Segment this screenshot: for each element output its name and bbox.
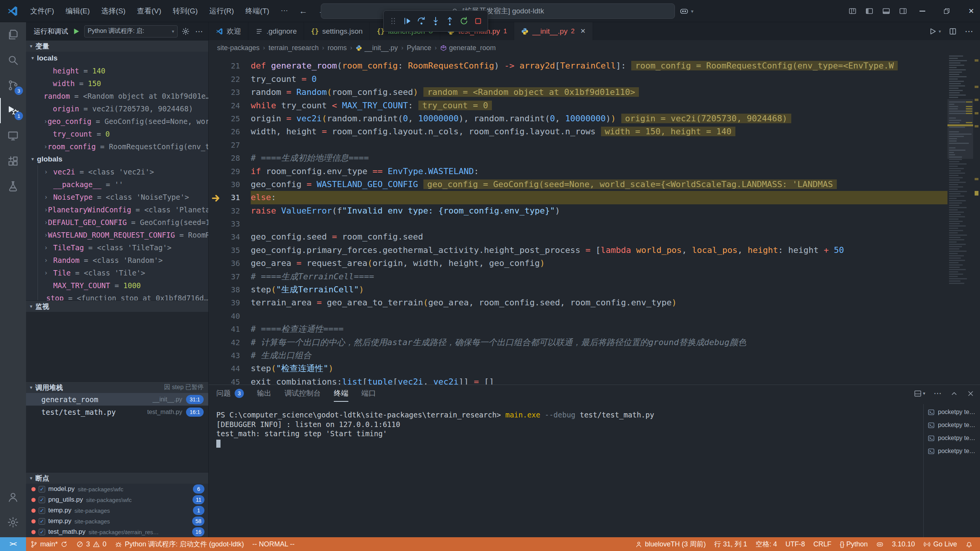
statusbar-vim-mode[interactable]: -- NORMAL -- [248, 537, 299, 551]
debug-gripper-button[interactable] [387, 15, 399, 28]
debug-step-out-button[interactable] [444, 15, 456, 28]
statusbar-go-live[interactable]: Go Live [919, 537, 961, 551]
variable-row[interactable]: ›PlanetaryWindConfig = <class 'Planeta… [38, 203, 208, 216]
tab-__init__.py[interactable]: __init__.py 2 ✕ [514, 22, 593, 40]
breadcrumb-item[interactable]: __init__.py [356, 44, 398, 52]
variable-row[interactable]: ›geo_config = GeoConfig(seed=None, wor… [26, 115, 208, 127]
debug-stop-button[interactable] [472, 15, 485, 28]
breakpoint-row[interactable]: ✓ model.pysite-packages\wfc 6 [26, 484, 208, 494]
activitybar-explorer[interactable] [0, 22, 26, 47]
code-text[interactable]: exit_combinations:list[tuple[vec2i, vec2… [251, 375, 947, 385]
terminal-instance[interactable]: pocketpy te… [924, 406, 980, 419]
menu-item[interactable]: 查看(V) [131, 6, 167, 16]
debug-settings-gear-icon[interactable] [181, 27, 190, 36]
gutter[interactable]: 29 [209, 165, 251, 178]
code-text[interactable]: geo_config.seed = room_config.seed [251, 230, 947, 243]
tab-settings.json[interactable]: {}settings.json [304, 22, 370, 40]
gutter[interactable]: 38 [209, 283, 251, 296]
code-text[interactable]: try_count = 0 [251, 73, 947, 86]
variable-row[interactable]: ›WASTELAND_ROOM_REQUEST_CONFIG = RoomR… [38, 228, 208, 241]
minimize-button[interactable] [913, 0, 931, 22]
code-text[interactable]: else: [251, 191, 947, 204]
gutter[interactable]: 23 [209, 86, 251, 99]
close-button[interactable]: ✕ [962, 0, 980, 22]
breadcrumb-item[interactable]: rooms [328, 44, 347, 52]
gutter[interactable]: 42 [209, 336, 251, 349]
activitybar-extensions[interactable] [0, 148, 26, 174]
gutter[interactable]: 37 [209, 270, 251, 283]
callstack-frame[interactable]: test/test_math.py test_math.py 16:1 [26, 406, 208, 418]
code-text[interactable]: def generate_room(room_config: RoomReque… [251, 59, 947, 72]
debug-continue-button[interactable] [401, 15, 413, 28]
code-text[interactable]: terrain_area = geo_area_to_terrain(geo_a… [251, 296, 947, 309]
statusbar-debug-session[interactable]: Python 调试程序: 启动文件 (godot-ldtk) [111, 537, 248, 551]
restore-button[interactable] [938, 0, 956, 22]
statusbar-git-branch[interactable]: main* [26, 537, 72, 551]
code-text[interactable]: if room_config.env_type == EnvType.WASTE… [251, 165, 947, 178]
remote-indicator[interactable]: >< [0, 537, 26, 551]
menu-item[interactable]: 文件(F) [24, 6, 60, 16]
breakpoint-row[interactable]: ✓ png_utils.pysite-packages\wfc 11 [26, 494, 208, 505]
gutter[interactable]: 35 [209, 244, 251, 257]
statusbar-language-mode[interactable]: {} Python [836, 537, 872, 551]
activitybar-remote-explorer[interactable] [0, 123, 26, 148]
gutter[interactable]: 43 [209, 349, 251, 362]
debug-step-over-button[interactable] [415, 15, 428, 28]
tab-.gdignore[interactable]: .gdignore [248, 22, 304, 40]
sidebar-more-actions[interactable]: ⋯ [194, 27, 204, 36]
breakpoint-row[interactable]: ✓ temp.pysite-packages 1 [26, 505, 208, 516]
breakpoint-checkbox[interactable]: ✓ [39, 507, 45, 514]
variable-row[interactable]: ›Random = <class 'Random'> [38, 254, 208, 266]
variables-group-globals[interactable]: ▾globals [26, 153, 208, 165]
code-text[interactable] [251, 217, 947, 230]
copilot-menu-button[interactable]: ▾ [679, 5, 694, 18]
gutter[interactable]: 28 [209, 152, 251, 165]
activitybar-debug[interactable]: 1 [0, 98, 26, 123]
breakpoint-row[interactable]: ✓ temp.pysite-packages 58 [26, 516, 208, 527]
statusbar-python-version[interactable]: 3.10.10 [888, 537, 919, 551]
gutter[interactable]: 20 [209, 55, 251, 59]
variable-row[interactable]: try_count = 0 [26, 127, 208, 140]
gutter[interactable]: 21 [209, 59, 251, 72]
layout-grid-icon[interactable] [848, 7, 857, 15]
activitybar-test-flask[interactable] [0, 174, 26, 199]
editor-more-actions[interactable]: ⋯ [965, 26, 973, 36]
code-text[interactable]: # ====检查连通性==== [251, 323, 947, 336]
variable-row[interactable]: MAX_TRY_COUNT = 1000 [38, 279, 208, 292]
gutter[interactable]: 32 [209, 204, 251, 217]
gutter[interactable]: 39 [209, 296, 251, 309]
code-text[interactable]: geo_config.primary_forces.geothermal_act… [251, 244, 947, 257]
variables-section-header[interactable]: ▾变量 [26, 40, 208, 52]
menu-item[interactable]: 选择(S) [96, 6, 131, 16]
terminal-instance[interactable]: pocketpy te… [924, 419, 980, 432]
breakpoint-checkbox[interactable]: ✓ [39, 486, 45, 492]
breakpoint-checkbox[interactable]: ✓ [39, 518, 45, 525]
panel-tab-终端[interactable]: 终端 [334, 385, 348, 402]
terminal-instance[interactable]: pocketpy te… [924, 445, 980, 458]
breadcrumb-item[interactable]: generate_room [440, 44, 496, 52]
variable-row[interactable]: ›vec2i = <class 'vec2i'> [38, 165, 208, 178]
variable-row[interactable]: __package__ = '' [38, 178, 208, 191]
minimap[interactable] [947, 55, 973, 385]
panel-tab-输出[interactable]: 输出 [257, 385, 271, 402]
code-text[interactable]: # 生成出口组合 [251, 349, 947, 362]
breakpoint-checkbox[interactable]: ✓ [39, 529, 45, 535]
debug-restart-button[interactable] [458, 15, 470, 28]
gutter[interactable]: 44 [209, 362, 251, 375]
code-text[interactable]: random = Random(room_config.seed)random … [251, 86, 947, 99]
gutter[interactable]: 41 [209, 323, 251, 336]
statusbar-indentation[interactable]: 空格: 4 [751, 537, 781, 551]
panel-layout-button[interactable]: ▾ [914, 390, 925, 398]
statusbar-git-blame[interactable]: blueloveTH (3 周前) [631, 537, 710, 551]
run-python-file-button[interactable]: ▾ [929, 27, 941, 36]
breakpoint-row[interactable]: ✓ test_math.pysite-packages\terrain_res…… [26, 527, 208, 537]
gutter[interactable]: 45 [209, 375, 251, 385]
layout-sidebar-left-icon[interactable] [865, 7, 874, 15]
code-text[interactable]: width, height = room_config.layout.n_col… [251, 125, 947, 138]
statusbar-eol[interactable]: CRLF [809, 537, 836, 551]
gutter[interactable]: 27 [209, 139, 251, 152]
variables-group-locals[interactable]: ▾locals [26, 52, 208, 64]
activitybar-search[interactable] [0, 47, 26, 73]
menu-item[interactable]: 运行(R) [204, 6, 240, 16]
code-text[interactable]: while try_count < MAX_TRY_COUNT:try_coun… [251, 99, 947, 112]
